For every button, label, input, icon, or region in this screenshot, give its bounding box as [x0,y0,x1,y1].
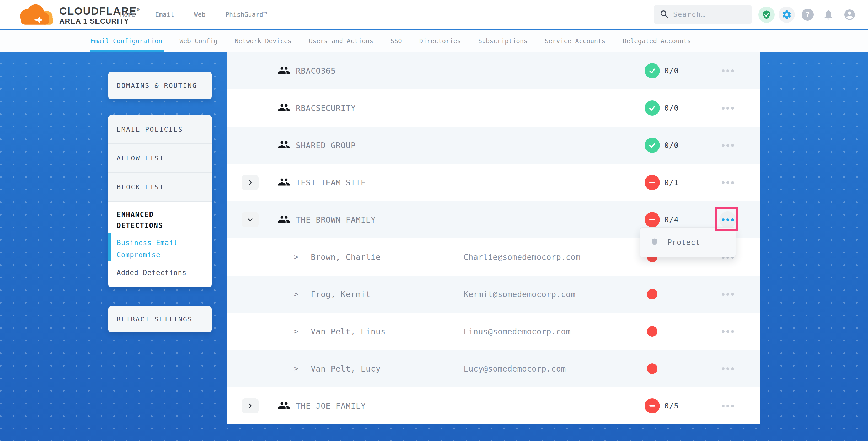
row-actions-menu-button[interactable] [719,100,736,117]
status-blocked-badge [645,175,660,190]
primary-nav: HomeEmailWebPhishGuard™ [120,0,267,29]
protected-count: 0/0 [664,141,679,150]
member-chevron-icon: > [294,290,299,298]
status-ok-badge [645,63,660,78]
member-email: Lucy@somedemocorp.com [464,364,566,373]
group-name: THE BROWN FAMILY [296,215,376,224]
sidebar-item-enhanced-detections[interactable]: ENHANCED DETECTIONS [117,209,195,231]
group-name: RBACO365 [296,66,336,75]
shield-icon [651,237,658,247]
tab-network-devices[interactable]: Network Devices [235,37,291,45]
status-dot [647,326,657,337]
member-email: Kermit@somedemocorp.com [464,290,576,299]
search-input[interactable] [673,10,747,18]
shield-check-icon[interactable] [758,6,775,23]
row-actions-menu-button[interactable] [719,323,736,340]
group-icon [278,139,290,152]
group-icon [278,176,290,189]
member-chevron-icon: > [294,365,299,373]
search-icon [659,9,669,20]
protected-count: 0/5 [664,401,679,410]
app-background: CLOUDFLARE® AREA 1 SECURITY HomeEmailWeb… [0,0,868,441]
cloudflare-cloud-icon [16,3,56,26]
active-tab-underline [90,50,164,52]
tab-email-configuration[interactable]: Email Configuration [90,37,162,45]
secondary-nav-tabs: Email ConfigurationWeb ConfigNetwork Dev… [90,30,691,52]
status-dot [647,289,657,300]
status-blocked-badge [645,212,660,227]
table-row: RBACO3650/0 [226,52,760,89]
tab-web-config[interactable]: Web Config [180,37,218,45]
gear-icon[interactable] [779,6,795,23]
sidebar-item-email-policies[interactable]: EMAIL POLICIES [108,115,212,144]
secondary-nav: Email ConfigurationWeb ConfigNetwork Dev… [0,30,868,52]
table-row: TEST TEAM SITE0/1 [226,164,760,201]
bell-icon[interactable] [823,9,834,21]
member-name: Van Pelt, Lucy [311,364,381,373]
collapse-row-button[interactable] [242,212,258,227]
expand-row-button[interactable] [242,175,258,190]
group-name: SHARED_GROUP [296,141,356,150]
group-icon [278,213,290,226]
sidebar-item-added-detections[interactable]: Added Detections [117,266,204,279]
sidebar-section-enhanced-detections: ENHANCED DETECTIONS Business Email Compr… [108,201,212,279]
action-highlight-rect [715,207,738,231]
status-dot [647,364,657,374]
active-item-indicator [108,232,111,261]
group-name: THE JOE FAMILY [296,401,366,411]
tab-subscriptions[interactable]: Subscriptions [478,37,528,45]
member-email: Charlie@somedemocorp.com [464,252,580,262]
member-chevron-icon: > [294,253,299,261]
nav-item-web[interactable]: Web [194,11,205,18]
member-email: Linus@somedemocorp.com [464,327,570,336]
row-actions-menu-button[interactable] [719,398,736,414]
protected-count: 0/0 [664,103,679,113]
nav-item-home[interactable]: Home [120,11,135,18]
protected-count: 0/0 [664,66,679,75]
row-actions-menu-button[interactable] [719,360,736,377]
sidebar-item-retract-settings[interactable]: RETRACT SETTINGS [108,306,212,332]
group-icon [278,101,290,115]
member-name: Frog, Kermit [311,290,371,299]
tab-delegated-accounts[interactable]: Delegated Accounts [623,37,691,45]
sidebar-item-domains-routing[interactable]: DOMAINS & ROUTING [108,72,212,99]
status-ok-badge [645,138,660,153]
tab-users-and-actions[interactable]: Users and Actions [309,37,373,45]
protected-count: 0/1 [664,178,679,187]
member-name: Brown, Charlie [311,252,381,262]
expand-row-button[interactable] [242,398,258,413]
status-ok-badge [645,100,660,116]
row-actions-menu-button[interactable] [719,286,736,303]
context-menu: Protect [640,227,736,257]
row-actions-menu-button[interactable] [719,174,736,191]
help-icon[interactable]: ? [802,9,814,21]
context-menu-item-protect[interactable]: Protect [668,238,700,247]
group-icon [278,399,290,412]
tab-service-accounts[interactable]: Service Accounts [545,37,606,45]
table-row: RBACSECURITY0/0 [226,89,760,127]
tab-sso[interactable]: SSO [391,37,402,45]
nav-item-phishguard[interactable]: PhishGuard™ [225,11,267,18]
group-name: TEST TEAM SITE [296,178,366,187]
top-header: CLOUDFLARE® AREA 1 SECURITY HomeEmailWeb… [0,0,868,29]
sidebar-item-business-email-compromise[interactable]: Business Email Compromise [117,237,195,261]
protected-count: 0/4 [664,215,679,224]
sidebar-item-allow-list[interactable]: ALLOW LIST [108,144,212,173]
sidebar-item-block-list[interactable]: BLOCK LIST [108,173,212,201]
table-row: THE JOE FAMILY0/5 [226,387,760,424]
search-box[interactable] [654,5,752,24]
table-row: >Van Pelt, LinusLinus@somedemocorp.com [226,313,760,350]
groups-table: RBACO3650/0RBACSECURITY0/0SHARED_GROUP0/… [226,52,760,424]
avatar-icon[interactable] [843,8,856,21]
table-row: SHARED_GROUP0/0 [226,127,760,164]
group-name: RBACSECURITY [296,103,356,113]
row-actions-menu-button[interactable] [719,62,736,79]
member-chevron-icon: > [294,327,299,335]
tab-directories[interactable]: Directories [419,37,461,45]
sidebar-policies-card: EMAIL POLICIESALLOW LISTBLOCK LIST ENHAN… [108,115,212,287]
status-blocked-badge [645,398,660,413]
nav-item-email[interactable]: Email [155,11,174,18]
group-icon [278,64,290,77]
table-row: >Van Pelt, LucyLucy@somedemocorp.com [226,350,760,387]
row-actions-menu-button[interactable] [719,137,736,154]
